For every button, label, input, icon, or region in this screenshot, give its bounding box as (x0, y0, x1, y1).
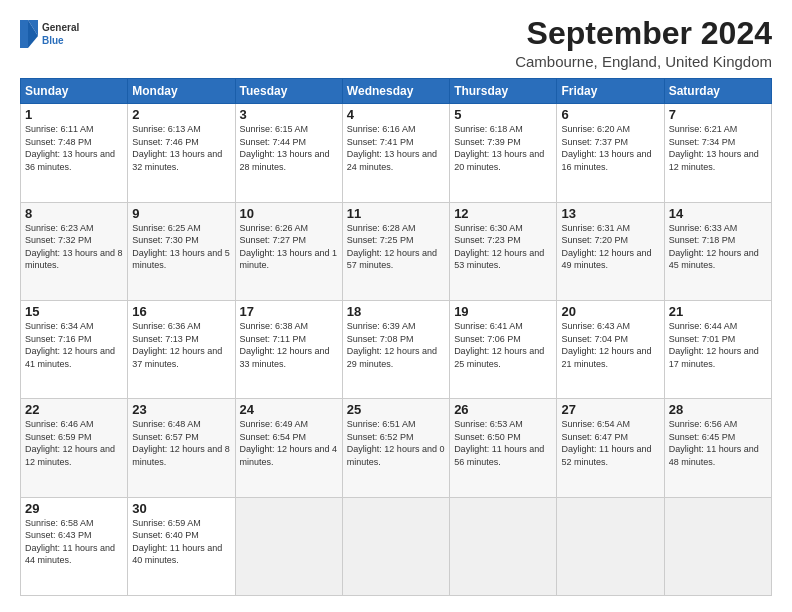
day-info: Sunrise: 6:36 AM Sunset: 7:13 PM Dayligh… (132, 320, 230, 370)
page: General Blue September 2024 Cambourne, E… (0, 0, 792, 612)
day-number: 5 (454, 107, 552, 122)
day-number: 21 (669, 304, 767, 319)
table-row: 22Sunrise: 6:46 AM Sunset: 6:59 PM Dayli… (21, 399, 128, 497)
col-friday: Friday (557, 79, 664, 104)
day-info: Sunrise: 6:25 AM Sunset: 7:30 PM Dayligh… (132, 222, 230, 272)
table-row (235, 497, 342, 595)
day-number: 13 (561, 206, 659, 221)
col-wednesday: Wednesday (342, 79, 449, 104)
month-title: September 2024 (515, 16, 772, 51)
day-info: Sunrise: 6:16 AM Sunset: 7:41 PM Dayligh… (347, 123, 445, 173)
day-number: 12 (454, 206, 552, 221)
table-row: 28Sunrise: 6:56 AM Sunset: 6:45 PM Dayli… (664, 399, 771, 497)
table-row: 11Sunrise: 6:28 AM Sunset: 7:25 PM Dayli… (342, 202, 449, 300)
day-number: 29 (25, 501, 123, 516)
day-number: 26 (454, 402, 552, 417)
day-number: 3 (240, 107, 338, 122)
day-info: Sunrise: 6:53 AM Sunset: 6:50 PM Dayligh… (454, 418, 552, 468)
day-number: 15 (25, 304, 123, 319)
day-info: Sunrise: 6:56 AM Sunset: 6:45 PM Dayligh… (669, 418, 767, 468)
day-number: 10 (240, 206, 338, 221)
day-info: Sunrise: 6:59 AM Sunset: 6:40 PM Dayligh… (132, 517, 230, 567)
day-info: Sunrise: 6:23 AM Sunset: 7:32 PM Dayligh… (25, 222, 123, 272)
day-number: 27 (561, 402, 659, 417)
table-row: 16Sunrise: 6:36 AM Sunset: 7:13 PM Dayli… (128, 300, 235, 398)
day-number: 25 (347, 402, 445, 417)
table-row: 6Sunrise: 6:20 AM Sunset: 7:37 PM Daylig… (557, 104, 664, 202)
col-thursday: Thursday (450, 79, 557, 104)
day-info: Sunrise: 6:34 AM Sunset: 7:16 PM Dayligh… (25, 320, 123, 370)
day-number: 18 (347, 304, 445, 319)
calendar-header-row: Sunday Monday Tuesday Wednesday Thursday… (21, 79, 772, 104)
col-saturday: Saturday (664, 79, 771, 104)
svg-rect-3 (20, 20, 28, 48)
day-info: Sunrise: 6:15 AM Sunset: 7:44 PM Dayligh… (240, 123, 338, 173)
day-info: Sunrise: 6:21 AM Sunset: 7:34 PM Dayligh… (669, 123, 767, 173)
table-row: 19Sunrise: 6:41 AM Sunset: 7:06 PM Dayli… (450, 300, 557, 398)
calendar-week-4: 22Sunrise: 6:46 AM Sunset: 6:59 PM Dayli… (21, 399, 772, 497)
day-number: 4 (347, 107, 445, 122)
table-row: 15Sunrise: 6:34 AM Sunset: 7:16 PM Dayli… (21, 300, 128, 398)
day-info: Sunrise: 6:33 AM Sunset: 7:18 PM Dayligh… (669, 222, 767, 272)
day-number: 8 (25, 206, 123, 221)
table-row: 21Sunrise: 6:44 AM Sunset: 7:01 PM Dayli… (664, 300, 771, 398)
day-number: 24 (240, 402, 338, 417)
day-info: Sunrise: 6:30 AM Sunset: 7:23 PM Dayligh… (454, 222, 552, 272)
table-row: 1Sunrise: 6:11 AM Sunset: 7:48 PM Daylig… (21, 104, 128, 202)
table-row: 27Sunrise: 6:54 AM Sunset: 6:47 PM Dayli… (557, 399, 664, 497)
day-number: 11 (347, 206, 445, 221)
day-number: 22 (25, 402, 123, 417)
calendar-week-5: 29Sunrise: 6:58 AM Sunset: 6:43 PM Dayli… (21, 497, 772, 595)
title-block: September 2024 Cambourne, England, Unite… (515, 16, 772, 70)
table-row (342, 497, 449, 595)
table-row (450, 497, 557, 595)
calendar-week-2: 8Sunrise: 6:23 AM Sunset: 7:32 PM Daylig… (21, 202, 772, 300)
table-row: 26Sunrise: 6:53 AM Sunset: 6:50 PM Dayli… (450, 399, 557, 497)
day-info: Sunrise: 6:28 AM Sunset: 7:25 PM Dayligh… (347, 222, 445, 272)
table-row: 30Sunrise: 6:59 AM Sunset: 6:40 PM Dayli… (128, 497, 235, 595)
table-row: 17Sunrise: 6:38 AM Sunset: 7:11 PM Dayli… (235, 300, 342, 398)
day-info: Sunrise: 6:44 AM Sunset: 7:01 PM Dayligh… (669, 320, 767, 370)
day-info: Sunrise: 6:11 AM Sunset: 7:48 PM Dayligh… (25, 123, 123, 173)
logo-svg: General Blue (20, 16, 80, 52)
day-info: Sunrise: 6:54 AM Sunset: 6:47 PM Dayligh… (561, 418, 659, 468)
table-row: 7Sunrise: 6:21 AM Sunset: 7:34 PM Daylig… (664, 104, 771, 202)
location: Cambourne, England, United Kingdom (515, 53, 772, 70)
table-row: 13Sunrise: 6:31 AM Sunset: 7:20 PM Dayli… (557, 202, 664, 300)
day-number: 28 (669, 402, 767, 417)
day-number: 14 (669, 206, 767, 221)
table-row: 4Sunrise: 6:16 AM Sunset: 7:41 PM Daylig… (342, 104, 449, 202)
day-info: Sunrise: 6:43 AM Sunset: 7:04 PM Dayligh… (561, 320, 659, 370)
day-info: Sunrise: 6:18 AM Sunset: 7:39 PM Dayligh… (454, 123, 552, 173)
calendar-table: Sunday Monday Tuesday Wednesday Thursday… (20, 78, 772, 596)
header: General Blue September 2024 Cambourne, E… (20, 16, 772, 70)
svg-text:Blue: Blue (42, 35, 64, 46)
table-row: 29Sunrise: 6:58 AM Sunset: 6:43 PM Dayli… (21, 497, 128, 595)
table-row: 14Sunrise: 6:33 AM Sunset: 7:18 PM Dayli… (664, 202, 771, 300)
table-row: 24Sunrise: 6:49 AM Sunset: 6:54 PM Dayli… (235, 399, 342, 497)
table-row: 9Sunrise: 6:25 AM Sunset: 7:30 PM Daylig… (128, 202, 235, 300)
day-info: Sunrise: 6:48 AM Sunset: 6:57 PM Dayligh… (132, 418, 230, 468)
day-info: Sunrise: 6:58 AM Sunset: 6:43 PM Dayligh… (25, 517, 123, 567)
day-info: Sunrise: 6:38 AM Sunset: 7:11 PM Dayligh… (240, 320, 338, 370)
svg-text:General: General (42, 22, 79, 33)
table-row: 2Sunrise: 6:13 AM Sunset: 7:46 PM Daylig… (128, 104, 235, 202)
day-number: 6 (561, 107, 659, 122)
day-info: Sunrise: 6:26 AM Sunset: 7:27 PM Dayligh… (240, 222, 338, 272)
day-number: 30 (132, 501, 230, 516)
day-number: 16 (132, 304, 230, 319)
day-info: Sunrise: 6:49 AM Sunset: 6:54 PM Dayligh… (240, 418, 338, 468)
logo: General Blue (20, 16, 80, 52)
calendar-week-1: 1Sunrise: 6:11 AM Sunset: 7:48 PM Daylig… (21, 104, 772, 202)
day-number: 17 (240, 304, 338, 319)
day-number: 19 (454, 304, 552, 319)
day-info: Sunrise: 6:39 AM Sunset: 7:08 PM Dayligh… (347, 320, 445, 370)
calendar-week-3: 15Sunrise: 6:34 AM Sunset: 7:16 PM Dayli… (21, 300, 772, 398)
day-number: 7 (669, 107, 767, 122)
table-row: 3Sunrise: 6:15 AM Sunset: 7:44 PM Daylig… (235, 104, 342, 202)
day-number: 2 (132, 107, 230, 122)
table-row: 5Sunrise: 6:18 AM Sunset: 7:39 PM Daylig… (450, 104, 557, 202)
day-info: Sunrise: 6:51 AM Sunset: 6:52 PM Dayligh… (347, 418, 445, 468)
col-monday: Monday (128, 79, 235, 104)
table-row: 20Sunrise: 6:43 AM Sunset: 7:04 PM Dayli… (557, 300, 664, 398)
